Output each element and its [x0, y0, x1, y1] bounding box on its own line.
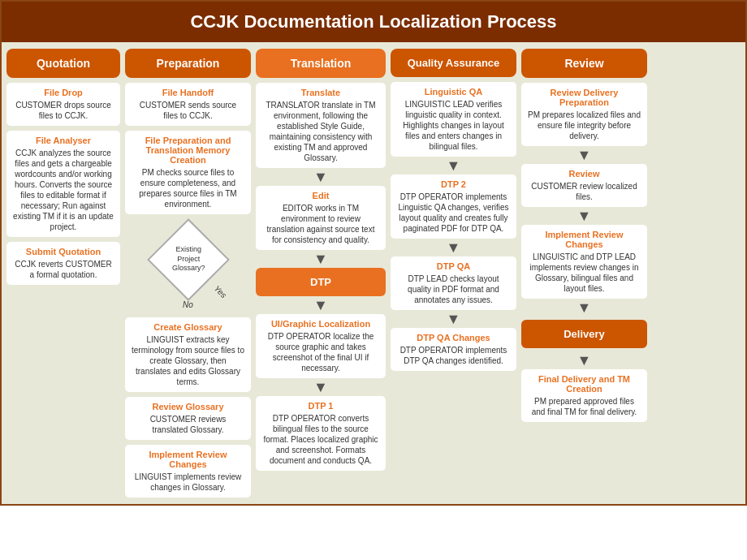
file-prep-card: File Preparation and Translation Memory … [125, 131, 251, 214]
file-handoff-title: File Handoff [132, 88, 244, 97]
create-glossary-card: Create Glossary LINGUIST extracts key te… [125, 317, 251, 392]
review-glossary-card: Review Glossary CUSTOMER reviews transla… [125, 397, 251, 440]
edit-body: EDITOR works in TM environment to review… [262, 203, 379, 245]
review-arrow-3: ▼ [521, 304, 647, 312]
review-delivery-prep-title: Review Delivery Preparation [528, 88, 641, 107]
submit-quotation-card: Submit Quotation CCJK reverts CUSTOMER a… [6, 242, 120, 285]
review-header: Review [521, 49, 647, 78]
prep-implement-review-body: LINGUIST implements review changes in Gl… [132, 472, 244, 493]
ui-graphic-body: DTP OPERATOR localize the source graphic… [262, 331, 379, 373]
translate-body: TRANSLATOR translate in TM environment, … [262, 100, 379, 163]
file-prep-title: File Preparation and Translation Memory … [132, 136, 244, 165]
final-delivery-card: Final Delivery and TM Creation PM prepar… [521, 369, 647, 422]
preparation-header: Preparation [125, 49, 251, 78]
dtp1-card: DTP 1 DTP OPERATOR converts bilingual fi… [256, 396, 386, 471]
linguistic-qa-title: Linguistic QA [397, 87, 510, 97]
final-delivery-body: PM prepared approved files and final TM … [528, 396, 641, 417]
edit-card: Edit EDITOR works in TM environment to r… [256, 186, 386, 250]
prep-implement-review-title: Implement Review Changes [132, 450, 244, 469]
review-delivery-prep-body: PM prepares localized files and ensure f… [528, 110, 641, 141]
create-glossary-title: Create Glossary [132, 322, 244, 332]
implement-review-changes-title: Implement Review Changes [528, 230, 641, 249]
page-title: CCJK Documentation Localization Process [2, 2, 745, 42]
review-arrow-1: ▼ [521, 151, 647, 159]
qa-column: Quality Assurance Linguistic QA LINGUIST… [391, 49, 516, 498]
qa-arrow-2: ▼ [391, 243, 516, 252]
page: CCJK Documentation Localization Process … [0, 0, 747, 506]
dtp-qa-changes-body: DTP OPERATOR implements DTP QA changes i… [397, 345, 510, 366]
translate-title: Translate [262, 88, 379, 97]
review-card: Review CUSTOMER review localized files. [521, 164, 647, 207]
file-analyser-body: CCJK analyzes the source files and gets … [13, 148, 114, 232]
file-handoff-body: CUSTOMER sends source files to CCJK. [132, 100, 244, 121]
yes-label: Yes [212, 284, 228, 300]
arrow-2: ▼ [256, 255, 386, 263]
translate-card: Translate TRANSLATOR translate in TM env… [256, 83, 386, 168]
file-handoff-card: File Handoff CUSTOMER sends source files… [125, 83, 251, 126]
review-body: CUSTOMER review localized files. [528, 181, 641, 202]
review-arrow-2: ▼ [521, 212, 647, 220]
qa-arrow-3: ▼ [391, 315, 516, 323]
review-column: Review Review Delivery Preparation PM pr… [521, 49, 647, 498]
linguistic-qa-body: LINGUISTIC LEAD verifies linguistic qual… [397, 99, 510, 152]
delivery-button: Delivery [521, 320, 647, 348]
review-arrow-4: ▼ [521, 356, 647, 364]
create-glossary-body: LINGUIST extracts key terminology from s… [132, 334, 244, 387]
qa-arrow-1: ▼ [391, 162, 516, 170]
arrow-1: ▼ [256, 173, 386, 181]
dtp-qa-card: DTP QA DTP LEAD checks layout quality in… [391, 256, 516, 310]
edit-title: Edit [262, 191, 379, 200]
arrow-4: ▼ [256, 383, 386, 391]
review-glossary-title: Review Glossary [132, 402, 244, 411]
prep-implement-review-card: Implement Review Changes LINGUIST implem… [125, 445, 251, 498]
diamond-shape: Existing Project Glossary? Yes [147, 218, 230, 301]
submit-quotation-title: Submit Quotation [13, 247, 114, 256]
dtp-button: DTP [256, 268, 386, 296]
ui-graphic-title: UI/Graphic Localization [262, 319, 379, 329]
review-glossary-body: CUSTOMER reviews translated Glossary. [132, 414, 244, 435]
file-analyser-card: File Analyser CCJK analyzes the source f… [6, 131, 120, 237]
dtp2-card: DTP 2 DTP OPERATOR implements Linguistic… [391, 174, 516, 239]
submit-quotation-body: CCJK reverts CUSTOMER a formal quotation… [13, 259, 114, 280]
implement-review-changes-body: LINGUISTIC and DTP LEAD implements revie… [528, 252, 641, 294]
dtp1-body: DTP OPERATOR converts bilingual files to… [262, 413, 379, 466]
dtp-qa-title: DTP QA [397, 261, 510, 271]
implement-review-changes-card: Implement Review Changes LINGUISTIC and … [521, 225, 647, 299]
linguistic-qa-card: Linguistic QA LINGUISTIC LEAD verifies l… [391, 82, 516, 157]
qa-header: Quality Assurance [391, 49, 516, 77]
file-prep-body: PM checks source files to ensure complet… [132, 167, 244, 209]
dtp2-title: DTP 2 [397, 179, 510, 189]
file-analyser-title: File Analyser [13, 136, 114, 145]
quotation-column: Quotation File Drop CUSTOMER drops sourc… [6, 49, 120, 498]
final-delivery-title: Final Delivery and TM Creation [528, 374, 641, 394]
file-drop-body: CUSTOMER drops source files to CCJK. [13, 100, 114, 121]
review-delivery-prep-card: Review Delivery Preparation PM prepares … [521, 83, 647, 146]
preparation-column: Preparation File Handoff CUSTOMER sends … [125, 49, 251, 498]
glossary-decision: Existing Project Glossary? Yes No [125, 222, 251, 309]
main-content: Quotation File Drop CUSTOMER drops sourc… [2, 42, 745, 504]
dtp2-body: DTP OPERATOR implements Linguistic QA ch… [397, 192, 510, 234]
dtp-qa-body: DTP LEAD checks layout quality in PDF fo… [397, 274, 510, 305]
review-title: Review [528, 169, 641, 179]
diamond-label: Existing Project Glossary? [164, 245, 213, 274]
dtp-qa-changes-title: DTP QA Changes [397, 333, 510, 342]
no-label: No [183, 300, 193, 309]
quotation-header: Quotation [6, 49, 120, 78]
dtp1-title: DTP 1 [262, 401, 379, 411]
dtp-qa-changes-card: DTP QA Changes DTP OPERATOR implements D… [391, 328, 516, 371]
arrow-3: ▼ [256, 301, 386, 309]
file-drop-title: File Drop [13, 88, 114, 97]
translation-column: Translation Translate TRANSLATOR transla… [256, 49, 386, 498]
ui-graphic-card: UI/Graphic Localization DTP OPERATOR loc… [256, 314, 386, 378]
translation-header: Translation [256, 49, 386, 78]
file-drop-card: File Drop CUSTOMER drops source files to… [6, 83, 120, 126]
